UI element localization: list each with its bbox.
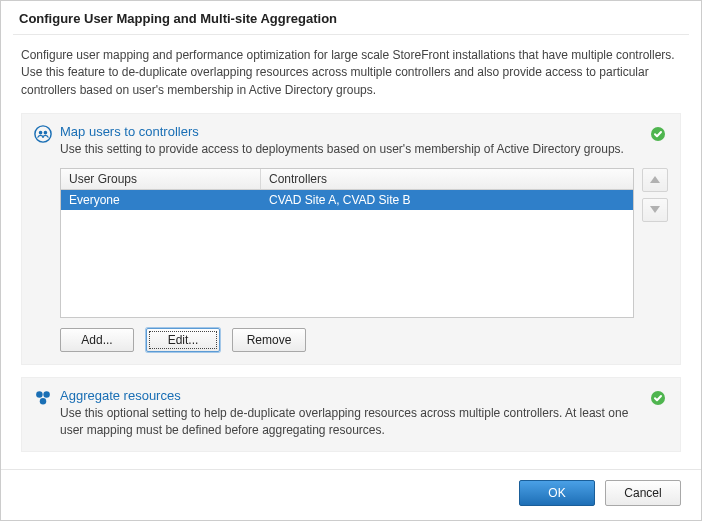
svg-point-2 — [44, 131, 48, 135]
cell-controllers: CVAD Site A, CVAD Site B — [261, 190, 633, 210]
chevron-down-icon — [650, 206, 660, 213]
table-row[interactable]: Everyone CVAD Site A, CVAD Site B — [61, 190, 633, 210]
chevron-up-icon — [650, 176, 660, 183]
remove-button[interactable]: Remove — [232, 328, 306, 352]
add-button[interactable]: Add... — [60, 328, 134, 352]
section-desc-map: Use this setting to provide access to de… — [60, 141, 668, 158]
section-map-users: Map users to controllers Use this settin… — [21, 113, 681, 365]
section-title-map: Map users to controllers — [60, 124, 668, 139]
mapping-table[interactable]: User Groups Controllers Everyone CVAD Si… — [60, 168, 634, 318]
checkmark-icon — [650, 390, 666, 409]
svg-point-0 — [35, 126, 51, 142]
dialog-title: Configure User Mapping and Multi-site Ag… — [1, 1, 701, 34]
col-user-groups[interactable]: User Groups — [61, 169, 261, 189]
svg-point-4 — [36, 391, 42, 397]
ok-button[interactable]: OK — [519, 480, 595, 506]
cell-user-group: Everyone — [61, 190, 261, 210]
move-up-button[interactable] — [642, 168, 668, 192]
svg-point-6 — [40, 398, 46, 404]
intro-text: Configure user mapping and performance o… — [1, 35, 701, 113]
move-down-button[interactable] — [642, 198, 668, 222]
users-icon — [34, 125, 52, 143]
edit-button[interactable]: Edit... — [146, 328, 220, 352]
col-controllers[interactable]: Controllers — [261, 169, 633, 189]
svg-point-1 — [39, 131, 43, 135]
checkmark-icon — [650, 126, 666, 145]
cancel-button[interactable]: Cancel — [605, 480, 681, 506]
svg-point-5 — [43, 391, 49, 397]
aggregate-icon — [34, 389, 52, 407]
table-header: User Groups Controllers — [61, 169, 633, 190]
section-aggregate: Aggregate resources Use this optional se… — [21, 377, 681, 452]
section-desc-aggregate: Use this optional setting to help de-dup… — [60, 405, 668, 439]
dialog-footer: OK Cancel — [1, 469, 701, 520]
section-title-aggregate: Aggregate resources — [60, 388, 668, 403]
